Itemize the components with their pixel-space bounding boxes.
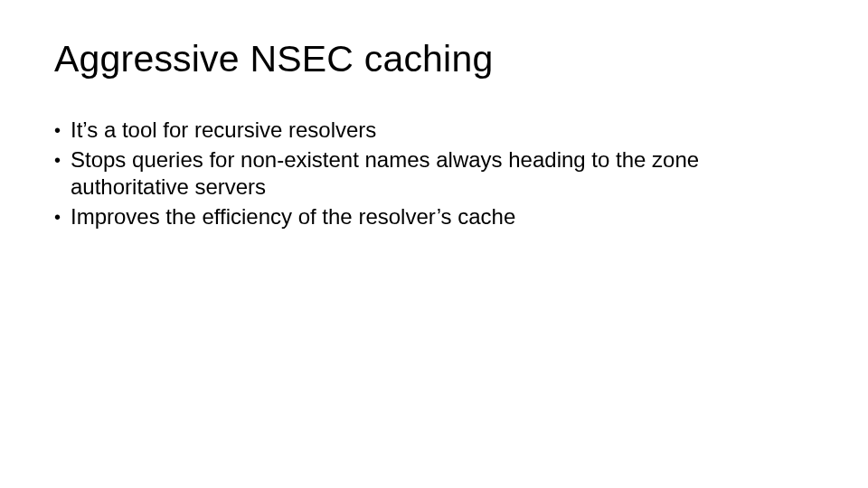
bullet-text: It’s a tool for recursive resolvers [71,117,814,145]
bullet-icon: • [54,146,71,174]
list-item: • It’s a tool for recursive resolvers [54,117,814,145]
bullet-text: Improves the efficiency of the resolver’… [71,203,814,231]
slide: Aggressive NSEC caching • It’s a tool fo… [0,0,868,488]
bullet-icon: • [54,203,71,230]
bullet-text: Stops queries for non-existent names alw… [71,146,814,202]
list-item: • Improves the efficiency of the resolve… [54,203,814,231]
list-item: • Stops queries for non-existent names a… [54,146,814,202]
bullet-list: • It’s a tool for recursive resolvers • … [54,117,814,231]
slide-title: Aggressive NSEC caching [54,38,814,80]
bullet-icon: • [54,117,71,144]
